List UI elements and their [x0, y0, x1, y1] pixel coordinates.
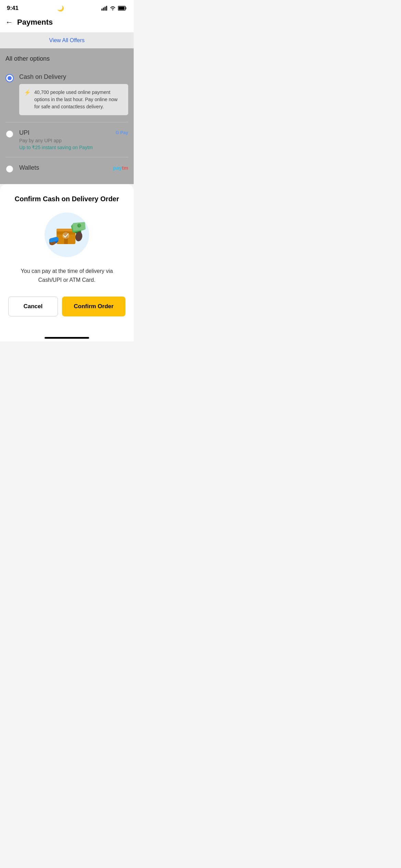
- bottom-sheet-modal: Confirm Cash on Delivery Order: [0, 184, 134, 333]
- svg-rect-3: [106, 6, 107, 11]
- paytm-text: paytm: [113, 165, 128, 171]
- upi-sub: Pay by any UPI app: [19, 138, 128, 143]
- back-button[interactable]: ←: [5, 18, 13, 27]
- confirm-order-button[interactable]: Confirm Order: [62, 297, 125, 316]
- cod-illustration: $: [8, 213, 125, 257]
- cancel-button[interactable]: Cancel: [8, 297, 58, 316]
- illustration-circle: $: [45, 213, 89, 257]
- wallets-label: Wallets: [19, 164, 128, 171]
- action-buttons: Cancel Confirm Order: [8, 297, 125, 316]
- svg-rect-6: [119, 7, 125, 10]
- modal-description: You can pay at the time of delivery via …: [8, 267, 125, 284]
- paytm-badge: paytm: [113, 165, 128, 171]
- home-bar: [45, 337, 89, 339]
- svg-rect-1: [103, 8, 104, 11]
- signal-icon: [101, 6, 108, 11]
- status-moon-icon: 🌙: [57, 5, 64, 12]
- status-icons: [101, 6, 127, 11]
- svg-rect-2: [105, 7, 106, 11]
- view-offers-bar[interactable]: View All Offers: [0, 33, 134, 48]
- wifi-icon: [110, 6, 116, 11]
- page-title: Payments: [17, 18, 53, 27]
- cod-info-text: 40,700 people used online payment option…: [34, 89, 123, 110]
- svg-rect-0: [101, 9, 102, 11]
- wallets-content: Wallets: [19, 164, 128, 171]
- svg-point-4: [112, 10, 113, 11]
- radio-cod[interactable]: [5, 74, 14, 82]
- modal-title: Confirm Cash on Delivery Order: [8, 195, 125, 203]
- home-indicator: [0, 333, 134, 341]
- radio-upi[interactable]: [5, 130, 14, 138]
- radio-inner-cod: [8, 76, 12, 80]
- upi-content: UPI Pay by any UPI app Up to ₹25 instant…: [19, 129, 128, 150]
- upi-promo: Up to ₹25 instant saving on Paytm: [19, 145, 128, 150]
- payment-options-section: All other options Cash on Delivery ⚡ 40,…: [0, 48, 134, 184]
- flash-icon: ⚡: [24, 89, 31, 96]
- upi-option[interactable]: UPI Pay by any UPI app Up to ₹25 instant…: [5, 125, 128, 154]
- cod-info-box: ⚡ 40,700 people used online payment opti…: [19, 84, 128, 115]
- radio-wallets[interactable]: [5, 165, 14, 173]
- divider-1: [5, 122, 128, 122]
- battery-icon: [118, 6, 127, 11]
- cod-delivery-svg: $: [46, 214, 87, 255]
- status-time: 9:41: [7, 5, 19, 12]
- status-bar: 9:41 🌙: [0, 0, 134, 14]
- divider-2: [5, 157, 128, 157]
- upi-label: UPI: [19, 129, 128, 136]
- wallets-option[interactable]: Wallets paytm: [5, 160, 128, 177]
- cod-label: Cash on Delivery: [19, 73, 128, 81]
- cash-on-delivery-option[interactable]: Cash on Delivery ⚡ 40,700 people used on…: [5, 69, 128, 119]
- svg-text:$: $: [78, 225, 80, 227]
- gpay-badge: G Pay: [116, 130, 128, 135]
- view-offers-link[interactable]: View All Offers: [49, 37, 84, 43]
- section-title: All other options: [5, 55, 128, 62]
- cod-content: Cash on Delivery ⚡ 40,700 people used on…: [19, 73, 128, 115]
- nav-header: ← Payments: [0, 14, 134, 33]
